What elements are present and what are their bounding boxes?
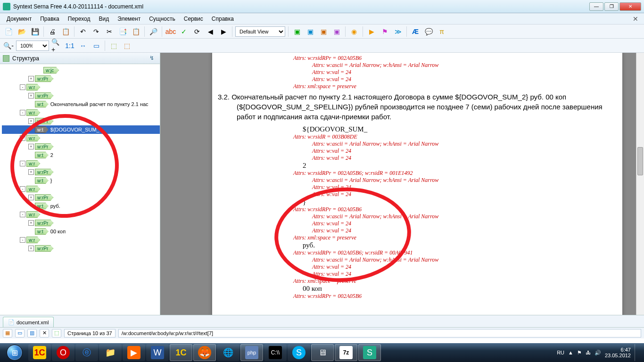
menu-service[interactable]: Сервис [180, 14, 207, 24]
tree-row[interactable]: +w:rPr [2, 117, 160, 125]
status-btn-1[interactable]: ▦ [3, 329, 12, 337]
vertical-scrollbar[interactable] [636, 53, 644, 315]
tray-flag-icon[interactable]: ⚑ [577, 350, 582, 356]
tree-row[interactable]: -w:r [2, 210, 160, 219]
tree-expander[interactable]: + [28, 144, 34, 149]
zoom-out-button[interactable]: 🔍- [3, 40, 14, 51]
print-button[interactable]: 🖨 [47, 26, 58, 37]
tool-btn-2[interactable]: ▣ [305, 26, 316, 37]
taskbar-app-ie[interactable]: ⓔ [75, 344, 98, 361]
taskbar-app-chrome[interactable]: 🌐 [217, 344, 239, 361]
minimize-button[interactable]: — [589, 2, 603, 11]
view-select[interactable]: Default View [235, 26, 285, 37]
taskbar-app-php[interactable]: php [240, 344, 263, 361]
tree-row[interactable]: +w:rPr [2, 168, 160, 176]
tree-expander[interactable]: - [20, 110, 25, 115]
menu-close-icon[interactable]: ✕ [630, 15, 641, 23]
tool-btn-4[interactable]: ▣ [331, 26, 342, 37]
tree-expander[interactable]: + [28, 220, 34, 226]
zoom-fit-button[interactable]: 1:1 [64, 40, 75, 51]
new-button[interactable]: 📄 [3, 26, 14, 37]
flag-button[interactable]: ⚑ [379, 26, 390, 37]
tree-row[interactable]: w:t00 коп [2, 227, 160, 236]
menu-document[interactable]: Документ [3, 14, 35, 24]
menu-element[interactable]: Элемент [114, 14, 144, 24]
tree-expander[interactable]: - [20, 135, 25, 141]
start-button[interactable] [2, 343, 27, 362]
menu-help[interactable]: Справка [208, 14, 238, 24]
menu-entity[interactable]: Сущность [145, 14, 179, 24]
save-button[interactable]: 💾 [29, 26, 41, 37]
tree-row[interactable]: -w:r [2, 83, 160, 91]
tree-row[interactable]: +w:rPr [2, 74, 160, 83]
taskbar-app-firefox[interactable]: 🦊 [193, 344, 216, 361]
status-btn-2[interactable]: ▭ [15, 329, 25, 337]
tree-row[interactable]: w:tОкончательный расчет по пункту 2.1 на… [2, 100, 160, 108]
menu-edit[interactable]: Правка [36, 14, 63, 24]
spellcheck-button[interactable]: abc [165, 26, 176, 37]
taskbar-app-opera[interactable]: O [52, 344, 74, 361]
taskbar-app-cmd[interactable]: C:\\ [264, 344, 287, 361]
tree-row[interactable]: +w:rPr [2, 91, 160, 100]
status-btn-5[interactable]: ⬚ [52, 329, 61, 337]
refresh-button[interactable]: ⟳ [191, 26, 203, 37]
zoom-page-button[interactable]: ▭ [91, 40, 102, 51]
system-tray[interactable]: RU ▲ ⚑ 🖧 🔊 6:47 23.05.2012 [557, 344, 642, 361]
print-preview-button[interactable]: 📋 [60, 26, 71, 37]
comment-button[interactable]: 💬 [423, 26, 434, 37]
plugin-btn-1[interactable]: ⬚ [108, 40, 119, 51]
tree-expander[interactable]: - [20, 84, 25, 90]
play-button[interactable]: ▶ [366, 26, 377, 37]
tool-btn-3[interactable]: ▣ [318, 26, 329, 37]
tree-expander[interactable]: + [28, 118, 34, 124]
menu-goto[interactable]: Переход [64, 14, 94, 24]
tree-expander[interactable]: - [20, 161, 25, 166]
taskbar-app-7z[interactable]: 7z [335, 344, 357, 361]
plugin-btn-2[interactable]: ⬚ [121, 40, 132, 51]
tree-row[interactable]: +w:rPr [2, 219, 160, 227]
tree-view[interactable]: w:jc+w:rPr-w:r+w:rPrw:tОкончательный рас… [0, 64, 160, 315]
forward-button[interactable]: ▶ [218, 26, 229, 37]
copy-button[interactable]: 📑 [117, 26, 128, 37]
tool-btn-1[interactable]: ▣ [291, 26, 303, 37]
tree-expander[interactable]: - [20, 186, 25, 192]
find-button[interactable]: 🔎 [148, 26, 159, 37]
tray-volume-icon[interactable]: 🔊 [594, 350, 601, 356]
zoom-width-button[interactable]: ↔ [77, 40, 89, 51]
tree-row[interactable]: +w:rPr [2, 142, 160, 151]
show-desktop-button[interactable] [635, 344, 638, 361]
taskbar-app-1c-2[interactable]: 1C [170, 344, 192, 361]
tree-row[interactable]: -w:r [2, 236, 160, 244]
ae-button[interactable]: Æ [410, 26, 421, 37]
paste-button[interactable]: 📋 [130, 26, 141, 37]
redo-button[interactable]: ↷ [91, 26, 102, 37]
tree-row[interactable]: w:t2 [2, 151, 160, 159]
tree-expander[interactable]: + [28, 76, 34, 82]
tree-row[interactable]: -w:r [2, 159, 160, 168]
open-button[interactable]: 📂 [16, 26, 27, 37]
taskbar-app-media[interactable]: ▶ [123, 344, 145, 361]
pi-button[interactable]: π [436, 26, 447, 37]
tray-network-icon[interactable]: 🖧 [586, 350, 591, 355]
document-area[interactable]: Attrs: w:rsidRPr = 002A05B6 Attrs: w:asc… [160, 53, 644, 315]
tree-row[interactable]: +w:rPr [2, 244, 160, 253]
tree-expander[interactable]: + [28, 195, 34, 200]
zoom-select[interactable]: 100% [16, 41, 49, 51]
tree-expander[interactable]: - [20, 212, 25, 217]
tree-expander[interactable]: + [28, 93, 34, 99]
tree-row[interactable]: +w:rPr [2, 193, 160, 202]
tree-row[interactable]: w:t${DOGOVOR_SUM_ [2, 125, 160, 134]
tool-btn-5[interactable]: ◉ [348, 26, 360, 37]
tree-row[interactable]: -w:r [2, 108, 160, 117]
zoom-in-button[interactable]: 🔍+ [51, 40, 62, 51]
tree-row[interactable]: -w:r [2, 134, 160, 142]
menu-view[interactable]: Вид [95, 14, 113, 24]
tray-lang[interactable]: RU [557, 350, 564, 355]
close-button[interactable]: ✕ [619, 2, 641, 11]
taskbar-app-word[interactable]: W [146, 344, 169, 361]
tree-row[interactable]: -w:r [2, 185, 160, 193]
status-btn-3[interactable]: ▥ [27, 329, 37, 337]
back-button[interactable]: ◀ [205, 26, 216, 37]
tree-row[interactable]: w:t} [2, 176, 160, 185]
tree-expander[interactable]: + [28, 169, 34, 175]
